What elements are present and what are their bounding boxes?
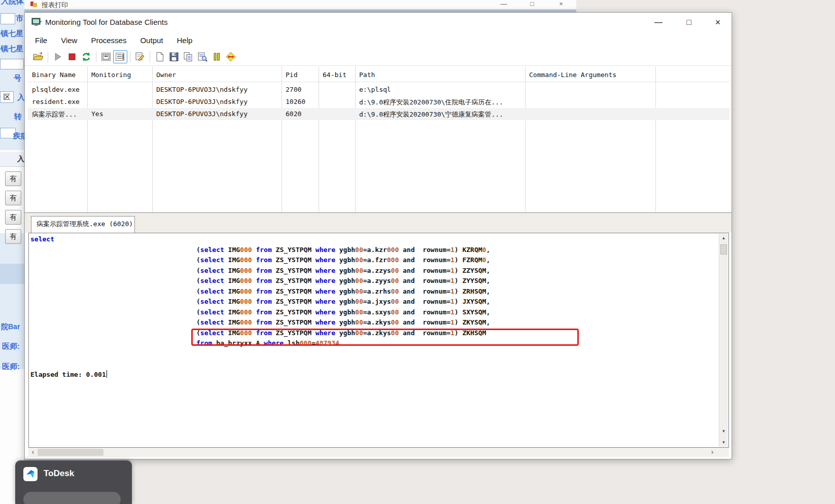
menu-view[interactable]: View [61, 36, 77, 45]
output-line-6: (select IMG000 from ZS_YSTPQM where ygbh… [30, 297, 718, 307]
column-header-pid[interactable]: Pid [286, 71, 297, 79]
report-minimize-button[interactable]: — [498, 0, 510, 8]
menu-output[interactable]: Output [140, 36, 163, 45]
title-bar[interactable]: Monitoring Tool for Database Clients — □… [25, 13, 732, 32]
tab-bar: 病案示踪管理系统.exe (6020) [25, 213, 732, 233]
text-view-button[interactable] [113, 50, 127, 63]
cell-row1-col0[interactable]: resident.exe [32, 98, 80, 105]
todesk-label: ToDesk [44, 469, 74, 479]
refresh-icon [81, 52, 91, 62]
cell-row0-col5[interactable]: e:\plsql [359, 86, 391, 93]
svg-text:**: ** [104, 54, 108, 59]
scroll-up-arrow[interactable]: ▲ [719, 234, 728, 242]
copy-button[interactable] [181, 50, 195, 63]
cell-row0-col0[interactable]: plsqldev.exe [32, 86, 80, 93]
cell-row2-col5[interactable]: d:\9.0程序安装20200730\宁德康复病案管... [359, 110, 503, 119]
district-box[interactable]: 区 [0, 91, 14, 103]
column-header-command-line-arguments[interactable]: Command-Line Arguments [529, 71, 616, 79]
yes-button-1[interactable]: 有 [5, 191, 21, 205]
toolbar-separator [96, 51, 96, 62]
copy-icon [183, 52, 193, 62]
cell-row2-col2[interactable]: DESKTOP-6PUVO3J\ndskfyy [156, 110, 248, 118]
find-button[interactable] [195, 50, 210, 63]
menu-help[interactable]: Help [177, 36, 192, 45]
horizontal-scrollbar[interactable]: ‹ › [28, 448, 729, 457]
city-input[interactable] [1, 13, 15, 24]
report-print-window-titlebar[interactable]: 报表打印 — □ × [24, 0, 576, 10]
cell-row0-col3[interactable]: 2700 [286, 86, 301, 93]
new-document-button[interactable] [153, 50, 167, 63]
text-view-icon [115, 52, 125, 62]
header-underline [28, 82, 729, 82]
yes-button-3[interactable]: 有 [5, 229, 21, 244]
number-input[interactable] [0, 59, 24, 69]
yes-button-2[interactable]: 有 [5, 210, 21, 225]
todesk-input-bar[interactable] [23, 492, 121, 504]
report-window-title: 报表打印 [42, 1, 68, 10]
admit-label: 入 [17, 93, 25, 102]
cell-row1-col5[interactable]: d:\9.0程序安装20200730\住院电子病历在... [359, 98, 503, 107]
scroll-down-arrow-2[interactable]: ▼ [719, 438, 728, 447]
output-text: select(select IMG000 from ZS_YSTPQM wher… [30, 234, 718, 380]
scroll-right-arrow[interactable]: › [708, 448, 717, 457]
pause-button[interactable] [210, 50, 224, 63]
toolbar: ** [25, 48, 732, 66]
stop-icon [67, 52, 77, 62]
properties-button[interactable] [133, 50, 147, 63]
tab-process-output[interactable]: 病案示踪管理系统.exe (6020) [31, 216, 135, 233]
hex-view-button[interactable]: ** [99, 50, 113, 63]
output-pane[interactable]: select(select IMG000 from ZS_YSTPQM wher… [28, 233, 729, 448]
column-divider [525, 66, 526, 212]
save-button[interactable] [167, 50, 181, 63]
report-maximize-button[interactable]: □ [526, 0, 538, 8]
disease-label: 疾病 [13, 131, 25, 141]
output-line-0: select [30, 234, 718, 245]
column-divider [87, 66, 88, 212]
stop-monitoring-button[interactable] [65, 50, 79, 63]
menu-file[interactable]: File [35, 36, 47, 45]
start-monitoring-button[interactable] [51, 50, 65, 63]
cell-row0-col2[interactable]: DESKTOP-6PUVO3J\ndskfyy [156, 86, 248, 93]
doctor-label-1: 医师: [2, 342, 20, 351]
column-divider [282, 66, 282, 212]
cell-row2-col0[interactable]: 病案示踪管... [32, 110, 77, 119]
scroll-down-arrow[interactable]: ▼ [719, 427, 728, 436]
town-label-2: 郑镇七星 [0, 44, 23, 54]
capture-icon [226, 52, 236, 62]
toolbar-separator [130, 51, 130, 62]
vertical-scrollbar[interactable]: ▲ ▼ ▼ [719, 234, 728, 447]
open-file-icon [33, 52, 44, 62]
column-header-owner[interactable]: Owner [156, 71, 176, 79]
column-header-monitoring[interactable]: Monitoring [91, 71, 131, 79]
report-close-button[interactable]: × [555, 0, 567, 8]
refresh-button[interactable] [79, 50, 93, 63]
number-label: 号 [14, 74, 21, 83]
yes-button-0[interactable]: 有 [5, 171, 21, 186]
horizontal-scroll-thumb[interactable] [38, 449, 103, 456]
column-header-admission: 入院 [17, 155, 25, 164]
output-line-7: (select IMG000 from ZS_YSTPQM where ygbh… [30, 307, 718, 318]
minimize-button[interactable]: — [650, 16, 667, 29]
menu-processes[interactable]: Processes [91, 36, 126, 45]
transfer-label: 转 [14, 112, 22, 122]
open-file-button[interactable] [31, 50, 45, 63]
cell-row2-col3[interactable]: 6020 [286, 110, 301, 118]
capture-button[interactable] [224, 50, 238, 63]
hex-view-icon: ** [101, 52, 111, 62]
scroll-left-arrow[interactable]: ‹ [28, 448, 38, 457]
column-header-path[interactable]: Path [359, 71, 375, 79]
highlight-annotation-box [191, 329, 579, 346]
todesk-overlay[interactable]: ToDesk [15, 460, 132, 504]
column-header-binary-name[interactable]: Binary Name [32, 71, 76, 79]
cell-row2-col1[interactable]: Yes [91, 110, 103, 118]
maximize-button[interactable]: □ [680, 16, 698, 29]
column-header-64-bit[interactable]: 64-bit [323, 71, 346, 79]
close-button[interactable]: × [709, 16, 726, 29]
toolbar-separator [150, 51, 150, 62]
monitoring-tool-window: Monitoring Tool for Database Clients — □… [24, 12, 732, 459]
form-divider-band [0, 264, 24, 284]
cell-row1-col2[interactable]: DESKTOP-6PUVO3J\ndskfyy [156, 98, 248, 105]
cell-row1-col3[interactable]: 10260 [286, 98, 305, 105]
column-divider [655, 66, 656, 212]
vertical-scroll-thumb[interactable] [720, 244, 727, 255]
